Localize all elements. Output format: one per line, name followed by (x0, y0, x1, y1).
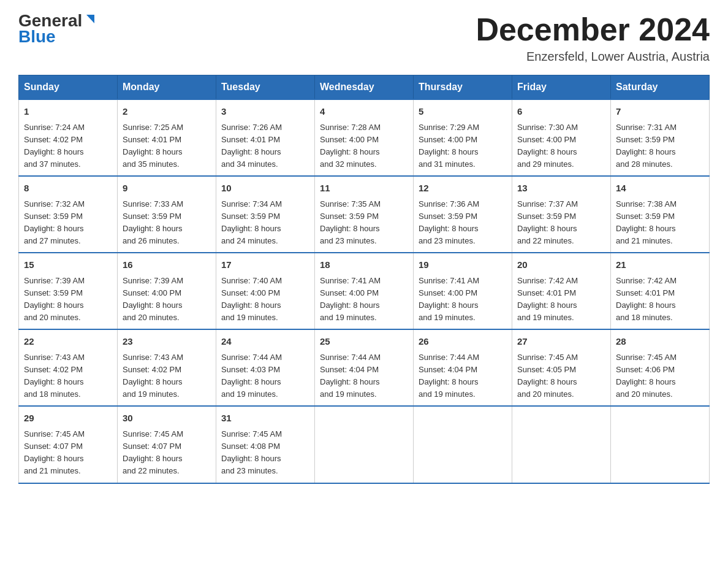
day-number: 26 (419, 335, 507, 349)
week-row-4: 22 Sunrise: 7:43 AMSunset: 4:02 PMDaylig… (19, 329, 710, 406)
day-cell: 27 Sunrise: 7:45 AMSunset: 4:05 PMDaylig… (512, 329, 611, 406)
weekday-header-saturday: Saturday (611, 75, 710, 100)
day-number: 1 (24, 105, 112, 119)
day-number: 24 (221, 335, 309, 349)
day-number: 21 (616, 258, 704, 272)
day-cell: 28 Sunrise: 7:45 AMSunset: 4:06 PMDaylig… (611, 329, 710, 406)
day-cell: 22 Sunrise: 7:43 AMSunset: 4:02 PMDaylig… (19, 329, 118, 406)
weekday-header-tuesday: Tuesday (216, 75, 315, 100)
week-row-5: 29 Sunrise: 7:45 AMSunset: 4:07 PMDaylig… (19, 406, 710, 483)
title-area: December 2024 Enzersfeld, Lower Austria,… (476, 12, 710, 64)
day-number: 5 (419, 105, 507, 119)
day-number: 28 (616, 335, 704, 349)
day-cell: 10 Sunrise: 7:34 AMSunset: 3:59 PMDaylig… (216, 176, 315, 253)
day-number: 29 (24, 412, 112, 426)
week-row-2: 8 Sunrise: 7:32 AMSunset: 3:59 PMDayligh… (19, 176, 710, 253)
day-number: 16 (123, 258, 211, 272)
day-cell: 11 Sunrise: 7:35 AMSunset: 3:59 PMDaylig… (315, 176, 414, 253)
day-cell: 18 Sunrise: 7:41 AMSunset: 4:00 PMDaylig… (315, 253, 414, 329)
day-info: Sunrise: 7:45 AMSunset: 4:07 PMDaylight:… (123, 429, 183, 475)
day-number: 27 (517, 335, 605, 349)
day-cell: 19 Sunrise: 7:41 AMSunset: 4:00 PMDaylig… (414, 253, 512, 329)
day-cell (512, 406, 611, 483)
day-info: Sunrise: 7:39 AMSunset: 3:59 PMDaylight:… (24, 276, 85, 322)
weekday-header-monday: Monday (118, 75, 216, 100)
day-info: Sunrise: 7:43 AMSunset: 4:02 PMDaylight:… (123, 353, 183, 399)
day-number: 8 (24, 182, 112, 196)
day-number: 12 (419, 182, 507, 196)
day-cell (414, 406, 512, 483)
day-cell: 31 Sunrise: 7:45 AMSunset: 4:08 PMDaylig… (216, 406, 315, 483)
page-header: General Blue December 2024 Enzersfeld, L… (18, 12, 710, 64)
day-cell: 4 Sunrise: 7:28 AMSunset: 4:00 PMDayligh… (315, 99, 414, 176)
day-cell: 21 Sunrise: 7:42 AMSunset: 4:01 PMDaylig… (611, 253, 710, 329)
day-info: Sunrise: 7:30 AMSunset: 4:00 PMDaylight:… (517, 123, 578, 169)
day-info: Sunrise: 7:26 AMSunset: 4:01 PMDaylight:… (221, 123, 282, 169)
day-info: Sunrise: 7:42 AMSunset: 4:01 PMDaylight:… (517, 276, 578, 322)
day-cell: 25 Sunrise: 7:44 AMSunset: 4:04 PMDaylig… (315, 329, 414, 406)
day-info: Sunrise: 7:32 AMSunset: 3:59 PMDaylight:… (24, 199, 85, 245)
logo-blue-text: Blue (18, 27, 56, 47)
day-cell: 2 Sunrise: 7:25 AMSunset: 4:01 PMDayligh… (118, 99, 216, 176)
day-cell: 15 Sunrise: 7:39 AMSunset: 3:59 PMDaylig… (19, 253, 118, 329)
day-cell: 8 Sunrise: 7:32 AMSunset: 3:59 PMDayligh… (19, 176, 118, 253)
day-info: Sunrise: 7:36 AMSunset: 3:59 PMDaylight:… (419, 199, 479, 245)
day-number: 15 (24, 258, 112, 272)
day-cell: 26 Sunrise: 7:44 AMSunset: 4:04 PMDaylig… (414, 329, 512, 406)
day-info: Sunrise: 7:38 AMSunset: 3:59 PMDaylight:… (616, 199, 677, 245)
day-info: Sunrise: 7:44 AMSunset: 4:04 PMDaylight:… (419, 353, 479, 399)
day-number: 17 (221, 258, 309, 272)
day-info: Sunrise: 7:44 AMSunset: 4:03 PMDaylight:… (221, 353, 282, 399)
day-number: 2 (123, 105, 211, 119)
day-number: 4 (320, 105, 408, 119)
weekday-header-friday: Friday (512, 75, 611, 100)
month-title: December 2024 (476, 12, 710, 47)
day-info: Sunrise: 7:44 AMSunset: 4:04 PMDaylight:… (320, 353, 381, 399)
day-number: 3 (221, 105, 309, 119)
day-number: 18 (320, 258, 408, 272)
day-cell: 16 Sunrise: 7:39 AMSunset: 4:00 PMDaylig… (118, 253, 216, 329)
day-info: Sunrise: 7:42 AMSunset: 4:01 PMDaylight:… (616, 276, 677, 322)
logo: General Blue (18, 12, 94, 47)
day-cell: 1 Sunrise: 7:24 AMSunset: 4:02 PMDayligh… (19, 99, 118, 176)
day-cell: 12 Sunrise: 7:36 AMSunset: 3:59 PMDaylig… (414, 176, 512, 253)
logo-arrow-icon (83, 15, 94, 26)
day-info: Sunrise: 7:41 AMSunset: 4:00 PMDaylight:… (419, 276, 479, 322)
day-cell: 13 Sunrise: 7:37 AMSunset: 3:59 PMDaylig… (512, 176, 611, 253)
svg-marker-0 (86, 15, 94, 23)
weekday-header-wednesday: Wednesday (315, 75, 414, 100)
day-info: Sunrise: 7:45 AMSunset: 4:06 PMDaylight:… (616, 353, 677, 399)
day-cell (611, 406, 710, 483)
day-info: Sunrise: 7:28 AMSunset: 4:00 PMDaylight:… (320, 123, 381, 169)
day-number: 10 (221, 182, 309, 196)
day-cell: 14 Sunrise: 7:38 AMSunset: 3:59 PMDaylig… (611, 176, 710, 253)
day-info: Sunrise: 7:34 AMSunset: 3:59 PMDaylight:… (221, 199, 282, 245)
day-number: 13 (517, 182, 605, 196)
day-info: Sunrise: 7:41 AMSunset: 4:00 PMDaylight:… (320, 276, 381, 322)
day-cell: 5 Sunrise: 7:29 AMSunset: 4:00 PMDayligh… (414, 99, 512, 176)
day-info: Sunrise: 7:33 AMSunset: 3:59 PMDaylight:… (123, 199, 183, 245)
day-info: Sunrise: 7:43 AMSunset: 4:02 PMDaylight:… (24, 353, 85, 399)
location-subtitle: Enzersfeld, Lower Austria, Austria (476, 50, 710, 64)
day-number: 14 (616, 182, 704, 196)
day-info: Sunrise: 7:35 AMSunset: 3:59 PMDaylight:… (320, 199, 381, 245)
day-number: 7 (616, 105, 704, 119)
day-cell: 3 Sunrise: 7:26 AMSunset: 4:01 PMDayligh… (216, 99, 315, 176)
week-row-3: 15 Sunrise: 7:39 AMSunset: 3:59 PMDaylig… (19, 253, 710, 329)
day-number: 11 (320, 182, 408, 196)
day-number: 30 (123, 412, 211, 426)
day-cell: 24 Sunrise: 7:44 AMSunset: 4:03 PMDaylig… (216, 329, 315, 406)
day-cell: 23 Sunrise: 7:43 AMSunset: 4:02 PMDaylig… (118, 329, 216, 406)
day-info: Sunrise: 7:24 AMSunset: 4:02 PMDaylight:… (24, 123, 85, 169)
day-number: 6 (517, 105, 605, 119)
day-number: 22 (24, 335, 112, 349)
day-cell: 29 Sunrise: 7:45 AMSunset: 4:07 PMDaylig… (19, 406, 118, 483)
day-cell: 20 Sunrise: 7:42 AMSunset: 4:01 PMDaylig… (512, 253, 611, 329)
day-cell: 30 Sunrise: 7:45 AMSunset: 4:07 PMDaylig… (118, 406, 216, 483)
day-info: Sunrise: 7:29 AMSunset: 4:00 PMDaylight:… (419, 123, 479, 169)
day-number: 23 (123, 335, 211, 349)
day-cell (315, 406, 414, 483)
weekday-header-row: SundayMondayTuesdayWednesdayThursdayFrid… (19, 75, 710, 100)
day-info: Sunrise: 7:45 AMSunset: 4:08 PMDaylight:… (221, 429, 282, 475)
day-cell: 17 Sunrise: 7:40 AMSunset: 4:00 PMDaylig… (216, 253, 315, 329)
